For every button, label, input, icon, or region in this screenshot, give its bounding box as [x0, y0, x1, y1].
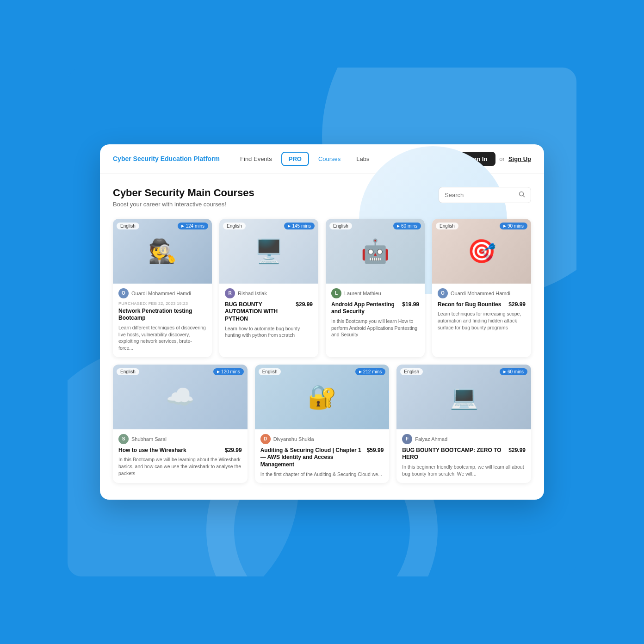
signup-button[interactable]: Sign Up — [508, 155, 531, 162]
card-description: Learn techniques for increasing scope, a… — [438, 310, 526, 331]
card-title: Network Penetration testing Bootcamp — [118, 308, 206, 322]
badge-duration: 60 mins — [393, 223, 421, 229]
nav-labs[interactable]: Labs — [350, 153, 376, 165]
badge-language: English — [259, 368, 281, 375]
card-badges: English 212 mins — [259, 368, 386, 375]
badge-language: English — [329, 223, 352, 229]
card-image: 🤖 English 60 mins — [326, 219, 425, 284]
author-name: Divyanshu Shukla — [273, 436, 314, 442]
card-image: ☁️ English 120 mins — [113, 365, 248, 429]
card-description: Learn how to automate bug bounty hunting… — [225, 325, 313, 339]
site-logo: Cyber Security Education Platform — [113, 155, 220, 162]
card-price: $29.99 — [508, 447, 526, 453]
card-price: $59.99 — [367, 447, 384, 453]
course-card[interactable]: 🤖 English 60 mins L Laurent Mathieu Andr… — [326, 219, 425, 357]
card-image: 💻 English 60 mins — [396, 365, 531, 429]
author-avatar: D — [260, 434, 271, 444]
card-body: O Ouardi Mohammed Hamdi Recon for Bug Bo… — [432, 284, 531, 337]
courses-row-2: ☁️ English 120 mins S Shubham Saral How … — [113, 365, 531, 483]
badge-duration: 90 mins — [500, 223, 527, 229]
card-body: O Ouardi Mohammed Hamdi PURCHASED: FEB 2… — [113, 284, 212, 357]
card-description: In this beginner friendly bootcamp, we w… — [402, 464, 526, 477]
search-input[interactable] — [445, 192, 515, 198]
nav-courses[interactable]: Courses — [312, 153, 347, 165]
card-price: $29.99 — [508, 301, 526, 308]
card-body: F Faiyaz Ahmad BUG BOUNTY BOOTCAMP: ZERO… — [396, 429, 531, 483]
author-avatar: L — [331, 288, 341, 298]
card-title-row: BUG BOUNTY BOOTCAMP: ZERO TO HERO $29.99 — [402, 447, 526, 461]
author-avatar: O — [438, 288, 448, 298]
card-badges: English 60 mins — [400, 368, 527, 375]
search-icon — [519, 191, 525, 199]
card-description: Learn different techniques of discoverin… — [118, 324, 206, 352]
search-box[interactable] — [439, 187, 531, 203]
badge-language: English — [400, 368, 423, 375]
card-author: L Laurent Mathieu — [331, 288, 419, 298]
card-title: Auditing & Securing Cloud | Chapter 1 — … — [260, 447, 364, 469]
badge-language: English — [117, 368, 139, 375]
course-card[interactable]: 🔐 English 212 mins D Divyanshu Shukla Au… — [255, 365, 390, 483]
svg-line-1 — [523, 195, 525, 197]
author-name: Shubham Saral — [131, 436, 167, 442]
card-body: S Shubham Saral How to use the Wireshark… — [113, 429, 248, 483]
card-price: $19.99 — [402, 301, 419, 308]
card-image: 🕵️ English 124 mins — [113, 219, 212, 284]
main-card: Cyber Security Education Platform Find E… — [100, 144, 544, 500]
card-author: S Shubham Saral — [118, 434, 242, 444]
badge-duration: 120 mins — [213, 368, 244, 375]
course-card[interactable]: ☁️ English 120 mins S Shubham Saral How … — [113, 365, 248, 483]
courses-row-1: 🕵️ English 124 mins O Ouardi Mohammed Ha… — [113, 219, 531, 357]
card-body: L Laurent Mathieu Android App Pentesting… — [326, 284, 425, 344]
badge-language: English — [436, 223, 458, 229]
card-title-row: Network Penetration testing Bootcamp — [118, 308, 206, 322]
card-title-row: Recon for Bug Bounties $29.99 — [438, 301, 526, 309]
badge-duration: 60 mins — [500, 368, 527, 375]
card-title: BUG BOUNTY BOOTCAMP: ZERO TO HERO — [402, 447, 506, 461]
card-title: Android App Pentesting and Security — [331, 301, 399, 316]
badge-duration: 145 mins — [284, 223, 315, 229]
nav-or-label: or — [499, 155, 505, 162]
course-card[interactable]: 💻 English 60 mins F Faiyaz Ahmad BUG BOU… — [396, 365, 531, 483]
card-body: D Divyanshu Shukla Auditing & Securing C… — [255, 429, 390, 483]
card-author: R Rishad Istiak — [225, 288, 313, 298]
card-image: 🖥️ English 145 mins — [219, 219, 318, 284]
main-content: Cyber Security Main Courses Boost your c… — [100, 174, 544, 500]
card-title-row: Auditing & Securing Cloud | Chapter 1 — … — [260, 447, 384, 469]
author-avatar: F — [402, 434, 412, 444]
card-image: 🎯 English 90 mins — [432, 219, 531, 284]
card-author: O Ouardi Mohammed Hamdi — [118, 288, 206, 298]
badge-language: English — [223, 223, 246, 229]
card-title-row: Android App Pentesting and Security $19.… — [331, 301, 419, 316]
content-header: Cyber Security Main Courses Boost your c… — [113, 187, 531, 208]
card-author: F Faiyaz Ahmad — [402, 434, 526, 444]
author-name: Ouardi Mohammed Hamdi — [451, 291, 510, 296]
page-subtitle: Boost your career with interactive cours… — [113, 201, 254, 208]
badge-duration: 124 mins — [178, 223, 208, 229]
nav-pro[interactable]: PRO — [281, 152, 309, 166]
card-body: R Rishad Istiak BUG BOUNTY AUTOMATION WI… — [219, 284, 318, 344]
card-title-row: How to use the Wireshark $29.99 — [118, 447, 242, 454]
card-badges: English 60 mins — [329, 223, 421, 229]
card-title-row: BUG BOUNTY AUTOMATION WITH PYTHON $29.99 — [225, 301, 313, 323]
card-description: In this Bootcamp you will learn How to p… — [331, 318, 419, 338]
card-image: 🔐 English 212 mins — [255, 365, 390, 429]
card-author: O Ouardi Mohammed Hamdi — [438, 288, 526, 298]
author-name: Laurent Mathieu — [344, 291, 381, 296]
page-title: Cyber Security Main Courses — [113, 187, 254, 199]
author-avatar: S — [118, 434, 129, 444]
author-avatar: R — [225, 288, 235, 298]
card-price: $29.99 — [296, 301, 313, 308]
header-text: Cyber Security Main Courses Boost your c… — [113, 187, 254, 208]
course-card[interactable]: 🎯 English 90 mins O Ouardi Mohammed Hamd… — [432, 219, 531, 357]
course-card[interactable]: 🕵️ English 124 mins O Ouardi Mohammed Ha… — [113, 219, 212, 357]
card-price: $29.99 — [225, 447, 242, 453]
author-name: Faiyaz Ahmad — [415, 436, 447, 442]
card-badges: English 124 mins — [117, 223, 208, 229]
badge-duration: 212 mins — [355, 368, 386, 375]
card-title: BUG BOUNTY AUTOMATION WITH PYTHON — [225, 301, 293, 323]
course-card[interactable]: 🖥️ English 145 mins R Rishad Istiak BUG … — [219, 219, 318, 357]
card-badges: English 120 mins — [117, 368, 244, 375]
card-purchased-label: PURCHASED: FEB 22, 2023 19:23 — [118, 301, 206, 306]
nav-find-events[interactable]: Find Events — [234, 153, 279, 165]
card-title: How to use the Wireshark — [118, 447, 222, 454]
